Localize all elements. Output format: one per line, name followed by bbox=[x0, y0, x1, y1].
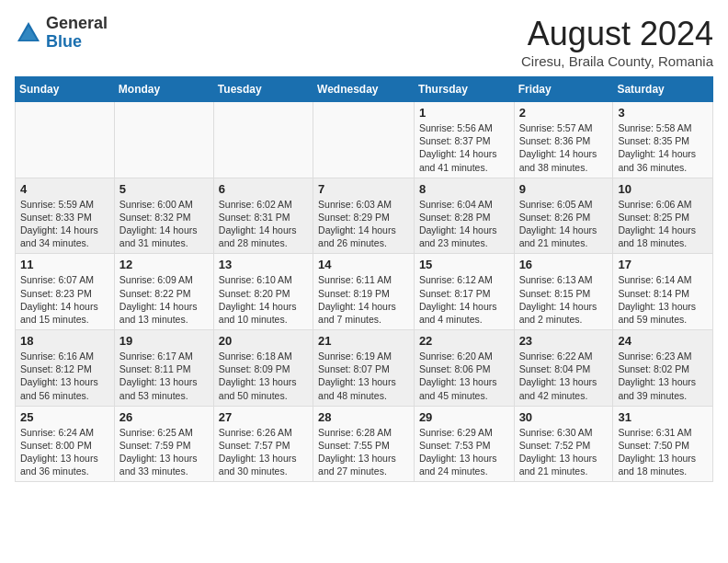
weekday-header-saturday: Saturday bbox=[613, 77, 713, 102]
day-info: Sunrise: 6:13 AM Sunset: 8:15 PM Dayligh… bbox=[519, 273, 609, 326]
day-number: 16 bbox=[519, 258, 609, 271]
day-number: 8 bbox=[419, 182, 509, 196]
calendar-cell: 19Sunrise: 6:17 AM Sunset: 8:11 PM Dayli… bbox=[114, 330, 213, 407]
calendar-cell: 1Sunrise: 5:56 AM Sunset: 8:37 PM Daylig… bbox=[414, 102, 514, 178]
calendar-cell: 7Sunrise: 6:03 AM Sunset: 8:29 PM Daylig… bbox=[313, 178, 415, 254]
day-info: Sunrise: 6:11 AM Sunset: 8:19 PM Dayligh… bbox=[318, 273, 409, 326]
day-number: 21 bbox=[318, 334, 409, 348]
calendar-cell: 11Sunrise: 6:07 AM Sunset: 8:23 PM Dayli… bbox=[16, 254, 115, 330]
day-number: 25 bbox=[20, 410, 109, 424]
day-info: Sunrise: 6:28 AM Sunset: 7:55 PM Dayligh… bbox=[318, 426, 409, 478]
weekday-header-sunday: Sunday bbox=[16, 77, 115, 102]
day-info: Sunrise: 6:19 AM Sunset: 8:07 PM Dayligh… bbox=[318, 350, 409, 402]
day-number: 30 bbox=[519, 410, 609, 424]
day-number: 17 bbox=[618, 258, 708, 271]
day-number: 5 bbox=[119, 182, 209, 196]
weekday-header-wednesday: Wednesday bbox=[313, 77, 415, 102]
calendar-cell: 27Sunrise: 6:26 AM Sunset: 7:57 PM Dayli… bbox=[213, 406, 313, 482]
day-info: Sunrise: 6:02 AM Sunset: 8:31 PM Dayligh… bbox=[219, 198, 308, 250]
calendar-cell: 6Sunrise: 6:02 AM Sunset: 8:31 PM Daylig… bbox=[213, 178, 313, 254]
day-info: Sunrise: 6:29 AM Sunset: 7:53 PM Dayligh… bbox=[419, 426, 509, 478]
day-info: Sunrise: 5:58 AM Sunset: 8:35 PM Dayligh… bbox=[618, 121, 708, 174]
day-info: Sunrise: 6:20 AM Sunset: 8:06 PM Dayligh… bbox=[419, 350, 509, 402]
logo-blue: Blue bbox=[46, 32, 82, 51]
day-number: 19 bbox=[119, 334, 209, 348]
day-info: Sunrise: 5:57 AM Sunset: 8:36 PM Dayligh… bbox=[519, 121, 609, 174]
weekday-header-thursday: Thursday bbox=[414, 77, 514, 102]
day-number: 11 bbox=[20, 258, 109, 271]
weekday-header-row: SundayMondayTuesdayWednesdayThursdayFrid… bbox=[16, 77, 713, 102]
calendar-cell: 22Sunrise: 6:20 AM Sunset: 8:06 PM Dayli… bbox=[414, 330, 514, 407]
day-number: 7 bbox=[318, 182, 409, 196]
day-number: 20 bbox=[219, 334, 308, 348]
header: General Blue August 2024 Ciresu, Braila … bbox=[15, 15, 713, 69]
day-number: 10 bbox=[618, 182, 708, 196]
day-info: Sunrise: 6:00 AM Sunset: 8:32 PM Dayligh… bbox=[119, 198, 209, 250]
calendar-cell: 14Sunrise: 6:11 AM Sunset: 8:19 PM Dayli… bbox=[313, 254, 415, 330]
calendar-body: 1Sunrise: 5:56 AM Sunset: 8:37 PM Daylig… bbox=[16, 102, 713, 482]
calendar-cell: 25Sunrise: 6:24 AM Sunset: 8:00 PM Dayli… bbox=[16, 406, 115, 482]
day-info: Sunrise: 6:26 AM Sunset: 7:57 PM Dayligh… bbox=[219, 426, 308, 478]
day-info: Sunrise: 6:14 AM Sunset: 8:14 PM Dayligh… bbox=[618, 273, 708, 326]
calendar-cell: 4Sunrise: 5:59 AM Sunset: 8:33 PM Daylig… bbox=[16, 178, 115, 254]
weekday-header-monday: Monday bbox=[114, 77, 213, 102]
day-info: Sunrise: 5:56 AM Sunset: 8:37 PM Dayligh… bbox=[419, 121, 509, 174]
day-info: Sunrise: 6:03 AM Sunset: 8:29 PM Dayligh… bbox=[318, 198, 409, 250]
day-number: 27 bbox=[219, 410, 308, 424]
day-info: Sunrise: 6:04 AM Sunset: 8:28 PM Dayligh… bbox=[419, 198, 509, 250]
calendar-cell: 20Sunrise: 6:18 AM Sunset: 8:09 PM Dayli… bbox=[213, 330, 313, 407]
calendar-cell: 9Sunrise: 6:05 AM Sunset: 8:26 PM Daylig… bbox=[514, 178, 613, 254]
day-number: 14 bbox=[318, 258, 409, 271]
day-number: 6 bbox=[219, 182, 308, 196]
calendar-cell: 2Sunrise: 5:57 AM Sunset: 8:36 PM Daylig… bbox=[514, 102, 613, 178]
day-info: Sunrise: 6:16 AM Sunset: 8:12 PM Dayligh… bbox=[20, 350, 109, 402]
day-number: 2 bbox=[519, 106, 609, 120]
day-info: Sunrise: 6:05 AM Sunset: 8:26 PM Dayligh… bbox=[519, 198, 609, 250]
day-info: Sunrise: 6:17 AM Sunset: 8:11 PM Dayligh… bbox=[119, 350, 209, 402]
day-info: Sunrise: 6:18 AM Sunset: 8:09 PM Dayligh… bbox=[219, 350, 308, 402]
calendar-cell: 31Sunrise: 6:31 AM Sunset: 7:50 PM Dayli… bbox=[613, 406, 713, 482]
day-info: Sunrise: 6:10 AM Sunset: 8:20 PM Dayligh… bbox=[219, 273, 308, 326]
logo-text: General Blue bbox=[46, 15, 108, 52]
calendar-cell: 15Sunrise: 6:12 AM Sunset: 8:17 PM Dayli… bbox=[414, 254, 514, 330]
day-number: 22 bbox=[419, 334, 509, 348]
title-area: August 2024 Ciresu, Braila County, Roman… bbox=[521, 15, 713, 69]
calendar-cell: 26Sunrise: 6:25 AM Sunset: 7:59 PM Dayli… bbox=[114, 406, 213, 482]
calendar-header: SundayMondayTuesdayWednesdayThursdayFrid… bbox=[16, 77, 713, 102]
weekday-header-tuesday: Tuesday bbox=[213, 77, 313, 102]
day-info: Sunrise: 6:07 AM Sunset: 8:23 PM Dayligh… bbox=[20, 273, 109, 326]
calendar-cell bbox=[16, 102, 115, 178]
calendar-week-row: 4Sunrise: 5:59 AM Sunset: 8:33 PM Daylig… bbox=[16, 178, 713, 254]
day-number: 4 bbox=[20, 182, 109, 196]
day-number: 26 bbox=[119, 410, 209, 424]
calendar-cell: 12Sunrise: 6:09 AM Sunset: 8:22 PM Dayli… bbox=[114, 254, 213, 330]
calendar-cell: 18Sunrise: 6:16 AM Sunset: 8:12 PM Dayli… bbox=[16, 330, 115, 407]
day-info: Sunrise: 6:22 AM Sunset: 8:04 PM Dayligh… bbox=[519, 350, 609, 402]
location-subtitle: Ciresu, Braila County, Romania bbox=[521, 53, 713, 69]
calendar-cell: 21Sunrise: 6:19 AM Sunset: 8:07 PM Dayli… bbox=[313, 330, 415, 407]
calendar-week-row: 1Sunrise: 5:56 AM Sunset: 8:37 PM Daylig… bbox=[16, 102, 713, 178]
calendar-table: SundayMondayTuesdayWednesdayThursdayFrid… bbox=[15, 76, 713, 482]
calendar-cell bbox=[213, 102, 313, 178]
calendar-cell bbox=[313, 102, 415, 178]
day-info: Sunrise: 6:09 AM Sunset: 8:22 PM Dayligh… bbox=[119, 273, 209, 326]
day-number: 24 bbox=[618, 334, 708, 348]
calendar-cell: 24Sunrise: 6:23 AM Sunset: 8:02 PM Dayli… bbox=[613, 330, 713, 407]
day-number: 1 bbox=[419, 106, 509, 120]
weekday-header-friday: Friday bbox=[514, 77, 613, 102]
logo: General Blue bbox=[15, 15, 108, 52]
day-info: Sunrise: 6:31 AM Sunset: 7:50 PM Dayligh… bbox=[618, 426, 708, 478]
calendar-week-row: 18Sunrise: 6:16 AM Sunset: 8:12 PM Dayli… bbox=[16, 330, 713, 407]
day-info: Sunrise: 5:59 AM Sunset: 8:33 PM Dayligh… bbox=[20, 198, 109, 250]
day-info: Sunrise: 6:06 AM Sunset: 8:25 PM Dayligh… bbox=[618, 198, 708, 250]
calendar-week-row: 25Sunrise: 6:24 AM Sunset: 8:00 PM Dayli… bbox=[16, 406, 713, 482]
day-number: 15 bbox=[419, 258, 509, 271]
day-info: Sunrise: 6:23 AM Sunset: 8:02 PM Dayligh… bbox=[618, 350, 708, 402]
day-number: 18 bbox=[20, 334, 109, 348]
calendar-cell: 8Sunrise: 6:04 AM Sunset: 8:28 PM Daylig… bbox=[414, 178, 514, 254]
logo-general: General bbox=[46, 14, 108, 32]
day-info: Sunrise: 6:24 AM Sunset: 8:00 PM Dayligh… bbox=[20, 426, 109, 478]
calendar-cell: 28Sunrise: 6:28 AM Sunset: 7:55 PM Dayli… bbox=[313, 406, 415, 482]
day-number: 28 bbox=[318, 410, 409, 424]
calendar-cell: 3Sunrise: 5:58 AM Sunset: 8:35 PM Daylig… bbox=[613, 102, 713, 178]
